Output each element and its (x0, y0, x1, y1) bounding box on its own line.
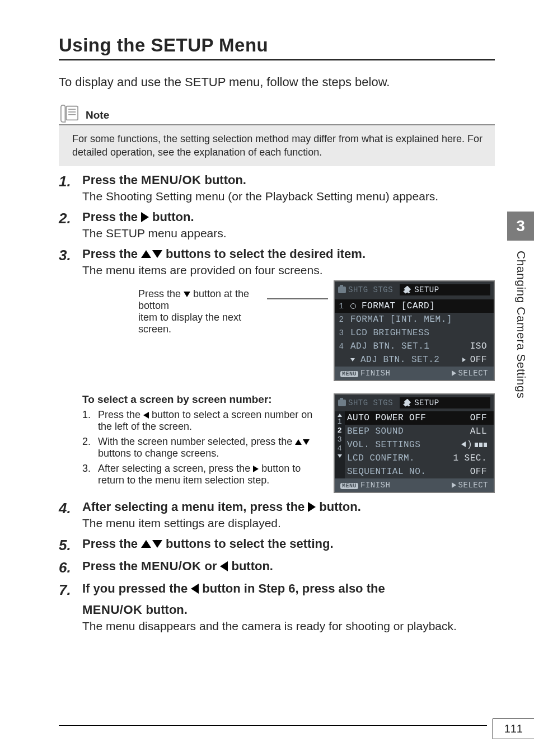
up-down-arrow-icon (295, 439, 310, 445)
sub-list-item: 2. With the screen number selected, pres… (82, 436, 325, 459)
step-desc: The Shooting Setting menu (or the Playba… (82, 190, 495, 203)
step-title: Press the buttons to select the setting. (82, 537, 495, 551)
step-title: If you pressed the button in Step 6, pre… (82, 581, 495, 617)
step-desc: The menu item settings are displayed. (82, 516, 495, 530)
camera-icon (338, 400, 346, 406)
down-arrow-icon (184, 292, 190, 297)
step-number: 4. (59, 500, 76, 530)
menu-ok-label: MENU/OK (141, 559, 201, 574)
right-arrow-icon (253, 466, 259, 472)
step-number: 5. (59, 537, 76, 552)
menu-row: SEQUENTIAL NO.OFF (345, 465, 494, 478)
menu-row: 4ADJ BTN. SET.1ISO (335, 340, 494, 353)
step-title: Press the MENU/OK or button. (82, 559, 495, 574)
tab-shooting: SHTG STGS (338, 285, 393, 294)
step-4: 4. After selecting a menu item, press th… (59, 500, 495, 530)
callout-pointer (267, 311, 325, 325)
wrench-icon (403, 286, 411, 294)
step-3: 3. Press the buttons to select the desir… (59, 247, 495, 493)
camera-menu-screenshot-1: SHTG STGS SETUP 1FORMAT [CARD] 2FORMAT [… (334, 280, 495, 381)
menu-row: 2FORMAT [INT. MEM.] (335, 313, 494, 326)
footer-rule (59, 725, 487, 726)
page: Using the SETUP Menu To display and use … (0, 0, 534, 756)
step-title: After selecting a menu item, press the b… (82, 500, 495, 514)
menu-ok-label: MENU/OK (141, 173, 201, 187)
note-icon (59, 104, 80, 123)
sub-heading: To select a screen by screen number: (82, 393, 325, 406)
menu-row: VOL. SETTINGS) (345, 438, 494, 452)
up-down-arrow-icon (141, 250, 162, 258)
menu-row: AUTO POWER OFFOFF (345, 411, 494, 425)
step-5: 5. Press the buttons to select the setti… (59, 537, 495, 552)
tab-setup: SETUP (400, 397, 490, 408)
step-title: Press the buttons to select the desired … (82, 247, 495, 261)
menu-footer: MENUFINISH SELECT (335, 478, 494, 492)
wrench-icon (403, 399, 411, 407)
callout-text: Press the button at the bottom item to d… (82, 288, 261, 335)
menu-row: 1FORMAT [CARD] (335, 299, 494, 313)
step-title: Press the button. (82, 210, 495, 224)
step-number: 3. (59, 247, 76, 493)
page-number-box: 111 (493, 719, 534, 739)
left-arrow-icon (143, 412, 149, 419)
step-number: 6. (59, 559, 76, 575)
menu-row: LCD CONFIRM.1 SEC. (345, 452, 494, 465)
note-bar: Note (59, 104, 495, 125)
sub-list-item: 1. Press the button to select a screen n… (82, 409, 325, 433)
menu-row: 3LCD BRIGHTNESS (335, 326, 494, 340)
step-7: 7. If you pressed the button in Step 6, … (59, 581, 495, 633)
step-desc: The SETUP menu appears. (82, 227, 495, 240)
menu-row: ADJ BTN. SET.2OFF (335, 353, 494, 367)
tab-setup: SETUP (400, 284, 490, 295)
camera-icon (338, 287, 346, 293)
left-arrow-icon (191, 584, 199, 594)
chapter-label: Changing Camera Settings (507, 241, 534, 408)
menu-ok-label: MENU/OK (82, 603, 142, 617)
step-1: 1. Press the MENU/OK button. The Shootin… (59, 173, 495, 203)
step-6: 6. Press the MENU/OK or button. (59, 559, 495, 575)
tab-shooting: SHTG STGS (338, 398, 393, 407)
step-2: 2. Press the button. The SETUP menu appe… (59, 210, 495, 240)
menu-footer: MENUFINISH SELECT (335, 367, 494, 380)
step-title: Press the MENU/OK button. (82, 173, 495, 187)
left-arrow-icon (220, 561, 228, 571)
camera-menu-screenshot-2: SHTG STGS SETUP 1 2 3 4 (334, 393, 495, 493)
step-desc: The menu items are provided on four scre… (82, 264, 495, 277)
right-arrow-icon (308, 502, 316, 512)
intro-text: To display and use the SETUP menu, follo… (59, 75, 495, 90)
page-title: Using the SETUP Menu (59, 35, 495, 60)
up-down-arrow-icon (141, 540, 162, 548)
note-label: Note (86, 109, 109, 123)
page-number: 111 (504, 722, 523, 735)
menu-row: BEEP SOUNDALL (345, 425, 494, 438)
step-number: 7. (59, 581, 76, 633)
sub-list-item: 3. After selecting a screen, press the b… (82, 463, 325, 486)
step-number: 2. (59, 210, 76, 240)
step-desc: The menu disappears and the camera is re… (82, 619, 495, 633)
screen-number-column: 1 2 3 4 (335, 411, 345, 478)
step-number: 1. (59, 173, 76, 203)
svg-rect-0 (66, 106, 78, 120)
chapter-number: 3 (507, 212, 534, 241)
note-body: For some functions, the setting selectio… (59, 125, 495, 166)
chapter-side-tab: 3 Changing Camera Settings (507, 212, 534, 519)
right-arrow-icon (141, 212, 149, 222)
